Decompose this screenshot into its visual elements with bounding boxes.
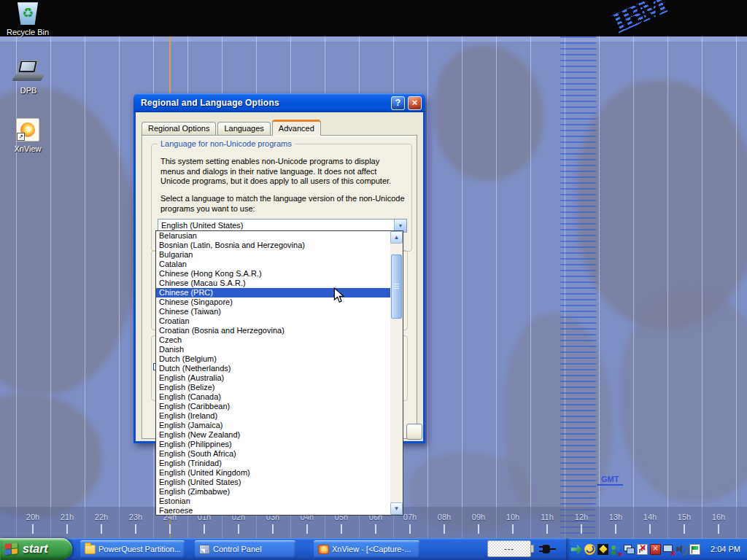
timezone-label: 21h xyxy=(55,513,80,521)
list-item[interactable]: English (Jamaica) xyxy=(156,421,390,430)
scroll-up-button[interactable]: ▲ xyxy=(390,231,403,244)
scroll-down-button[interactable]: ▼ xyxy=(390,502,403,515)
list-item[interactable]: English (South Africa) xyxy=(156,449,390,459)
timezone-grid-line xyxy=(736,36,737,538)
control-panel-icon xyxy=(199,545,210,554)
timezone-grid-line xyxy=(667,36,668,538)
list-item[interactable]: English (Caribbean) xyxy=(156,402,390,411)
list-item[interactable]: Chinese (Singapore) xyxy=(156,298,390,307)
list-item[interactable]: Czech xyxy=(156,335,390,345)
timezone-tick xyxy=(66,524,68,534)
timezone-tick xyxy=(375,524,376,534)
partition-utility-icon[interactable] xyxy=(571,544,582,555)
tab-regional-options[interactable]: Regional Options xyxy=(142,122,216,135)
list-item[interactable]: Chinese (Macau S.A.R.) xyxy=(156,279,390,288)
list-item[interactable]: English (United Kingdom) xyxy=(156,468,390,478)
list-item[interactable]: English (Zimbabwe) xyxy=(156,487,390,497)
desktop: 20h21h22h23h24h01h02h03h04h05h06h07h08h0… xyxy=(0,0,747,560)
taskbar-clock[interactable]: 2:04 PM xyxy=(711,545,740,553)
timezone-label: 13h xyxy=(603,513,628,521)
wallpaper-strip xyxy=(0,36,747,42)
tab-advanced[interactable]: Advanced xyxy=(272,120,321,136)
timezone-tick xyxy=(32,524,34,534)
taskbar-button-label: PowerQuest Partition... xyxy=(98,545,180,553)
tab-languages[interactable]: Languages xyxy=(217,122,270,135)
timezone-grid-line xyxy=(633,36,634,538)
desktop-icon-recycle-bin[interactable]: ♻ Recycle Bin xyxy=(0,1,55,38)
list-item[interactable]: Chinese (Taiwan) xyxy=(156,307,390,316)
monitor-error-icon[interactable] xyxy=(650,544,661,555)
timezone-label: 23h xyxy=(123,513,148,521)
list-item[interactable]: Croatian (Bosnia and Herzegovina) xyxy=(156,326,390,335)
apply-button-fragment[interactable] xyxy=(406,424,422,440)
task-flag-icon[interactable] xyxy=(689,544,700,555)
signal-error-icon[interactable] xyxy=(637,544,648,555)
taskbar-button-control-panel[interactable]: Control Panel xyxy=(195,540,295,558)
timezone-tick xyxy=(341,524,342,534)
mouse-cursor xyxy=(333,287,345,303)
dialog-titlebar[interactable]: Regional and Language Options ? × xyxy=(133,93,425,112)
phone-status-icon[interactable] xyxy=(584,544,595,555)
language-list: BelarusianBosnian (Latin, Bosnia and Her… xyxy=(156,231,390,515)
ac-power-plug-icon[interactable] xyxy=(539,543,557,555)
network-computers-icon[interactable] xyxy=(624,544,635,555)
list-item[interactable]: Dutch (Netherlands) xyxy=(156,364,390,373)
list-item[interactable]: Croatian xyxy=(156,316,390,326)
desktop-icon-dpb[interactable]: DPB xyxy=(1,60,56,96)
list-item[interactable]: English (Ireland) xyxy=(156,411,390,421)
list-item[interactable]: Chinese (Hong Kong S.A.R.) xyxy=(156,269,390,279)
users-offline-icon[interactable] xyxy=(611,544,622,555)
list-item[interactable]: Danish xyxy=(156,345,390,354)
list-item[interactable]: Bosnian (Latin, Bosnia and Herzegovina) xyxy=(156,241,390,250)
list-item[interactable]: Chinese (PRC) xyxy=(156,288,390,298)
list-item[interactable]: Dutch (Belgium) xyxy=(156,354,390,364)
folder-icon xyxy=(85,545,96,554)
list-item[interactable]: English (Australia) xyxy=(156,373,390,383)
list-item[interactable]: English (New Zealand) xyxy=(156,430,390,440)
list-item[interactable]: Estonian xyxy=(156,497,390,506)
taskbar-button-xnview-capture-[interactable]: XnView - [<Capture-... xyxy=(314,540,419,558)
caution-diamond-icon[interactable] xyxy=(597,544,608,555)
groupbox-title: Language for non-Unicode programs xyxy=(158,139,295,148)
list-item[interactable]: English (Canada) xyxy=(156,392,390,402)
timezone-grid-line xyxy=(599,36,600,538)
xnview-icon xyxy=(318,545,329,554)
list-item[interactable]: Bulgarian xyxy=(156,250,390,260)
chevron-up-icon: ▲ xyxy=(394,234,400,241)
list-item[interactable]: English (Trinidad) xyxy=(156,459,390,468)
battery-meter[interactable]: --- xyxy=(487,540,531,557)
timezone-tick xyxy=(684,524,685,534)
description-text: This system setting enables non-Unicode … xyxy=(160,157,406,187)
help-button[interactable]: ? xyxy=(391,96,405,110)
icon-label: Recycle Bin xyxy=(5,28,50,36)
list-item[interactable]: English (Belize) xyxy=(156,383,390,392)
timezone-grid-line xyxy=(50,36,51,538)
recycle-bin-icon: ♻ xyxy=(16,1,39,25)
timezone-grid-line xyxy=(702,36,703,538)
timezone-grid-line xyxy=(530,36,531,538)
scrollbar-thumb[interactable] xyxy=(391,254,402,319)
display-disconnected-icon[interactable] xyxy=(663,544,674,555)
volume-icon[interactable] xyxy=(676,544,687,555)
list-item[interactable]: English (United States) xyxy=(156,478,390,487)
timezone-grid-line xyxy=(496,36,497,538)
timezone-label: 08h xyxy=(432,513,457,521)
icon-label: XnView xyxy=(12,144,42,153)
list-item[interactable]: English (Philippines) xyxy=(156,440,390,449)
list-item[interactable]: Faeroese xyxy=(156,506,390,515)
windows-flag-icon xyxy=(5,542,19,556)
scrollbar[interactable]: ▲ ▼ xyxy=(390,231,403,515)
start-button[interactable]: start xyxy=(0,538,72,560)
chevron-down-icon: ▼ xyxy=(398,223,403,228)
close-button[interactable]: × xyxy=(408,96,422,110)
timezone-tick xyxy=(546,524,548,534)
chevron-down-icon: ▼ xyxy=(394,505,400,512)
desktop-icon-xnview[interactable]: ↗ XnView xyxy=(0,118,55,155)
timezone-tick xyxy=(581,524,582,534)
timezone-tick xyxy=(478,524,479,534)
timezone-tick xyxy=(204,524,205,534)
taskbar-button-powerquest-partition-[interactable]: PowerQuest Partition... xyxy=(80,540,185,558)
list-item[interactable]: Catalan xyxy=(156,260,390,269)
list-item[interactable]: Belarusian xyxy=(156,231,390,241)
timezone-label: 10h xyxy=(500,513,525,521)
